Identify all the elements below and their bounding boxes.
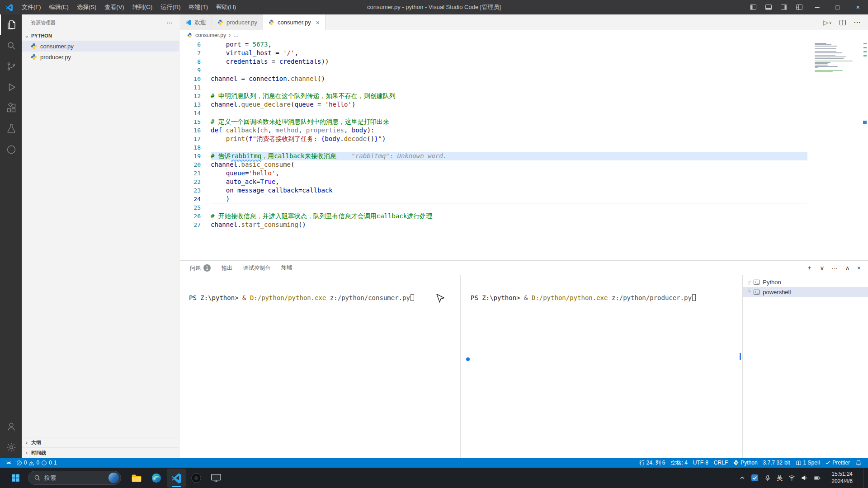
- code-line[interactable]: 17 print(f"消费者接收到了任务: {body.decode()}"): [180, 135, 807, 143]
- code-line[interactable]: 7 virtual_host = '/',: [180, 49, 807, 57]
- code-line[interactable]: 15# 定义一个回调函数来处理消息队列中的消息，这里是打印出来: [180, 117, 807, 126]
- blue-app-icon[interactable]: [751, 474, 759, 482]
- code-line[interactable]: 9: [180, 66, 807, 75]
- terminal-dropdown-icon[interactable]: ∨: [820, 264, 824, 272]
- search-highlight-image[interactable]: [108, 473, 119, 483]
- encoding[interactable]: UTF-8: [690, 458, 711, 468]
- new-terminal-icon[interactable]: ＋: [806, 264, 812, 272]
- toggle-panel-icon[interactable]: [761, 0, 776, 14]
- menu-view[interactable]: 查看(V): [100, 0, 128, 14]
- code-line[interactable]: 10channel = connection.channel(): [180, 75, 807, 83]
- tab-welcome[interactable]: 欢迎: [180, 14, 212, 30]
- menu-edit[interactable]: 编辑(E): [45, 0, 73, 14]
- eol-sequence[interactable]: CRLF: [711, 458, 731, 468]
- menu-go[interactable]: 转到(G): [128, 0, 157, 14]
- run-python-file-button[interactable]: ▷∨: [823, 19, 832, 27]
- code-line[interactable]: 23 on_message_callback=callback: [180, 186, 807, 195]
- code-line[interactable]: 27channel.start_consuming(): [180, 221, 807, 229]
- minimize-button[interactable]: ─: [807, 0, 827, 14]
- volume-icon[interactable]: [801, 474, 808, 481]
- code-editor[interactable]: 6 port = 5673,7 virtual_host = '/',8 cre…: [180, 40, 868, 260]
- panel-maximize-icon[interactable]: ∧: [845, 264, 850, 272]
- menu-file[interactable]: 文件(F): [18, 0, 45, 14]
- remote-indicator[interactable]: ><: [4, 458, 14, 468]
- app-dark[interactable]: [187, 469, 206, 488]
- mic-icon[interactable]: [764, 475, 771, 481]
- language-mode[interactable]: Python: [731, 458, 760, 468]
- taskbar-clock[interactable]: 15:51:24 2024/4/6: [827, 471, 857, 485]
- chevron-up-icon[interactable]: [740, 475, 745, 481]
- panel-tab-debug-console[interactable]: 调试控制台: [243, 261, 270, 275]
- code-line[interactable]: 19# 告诉rabbitmq，用callback来接收消息 "rabbitmq"…: [180, 152, 807, 160]
- app-edge[interactable]: [147, 469, 166, 488]
- toggle-secondary-sidebar-icon[interactable]: [776, 0, 792, 14]
- start-button[interactable]: [6, 469, 25, 488]
- code-line[interactable]: 6 port = 5673,: [180, 40, 807, 49]
- folder-section-python[interactable]: ⌄ PYTHON: [22, 31, 179, 41]
- taskbar-search[interactable]: 搜索: [28, 471, 121, 485]
- more-actions-icon[interactable]: ⋯: [854, 18, 861, 27]
- code-line[interactable]: 22 auto_ack=True,: [180, 178, 807, 186]
- ime-indicator[interactable]: 英: [777, 474, 783, 482]
- code-line[interactable]: 24 ): [180, 195, 807, 203]
- battery-icon[interactable]: [814, 475, 821, 481]
- panel-close-icon[interactable]: ×: [857, 264, 861, 272]
- breadcrumb-file[interactable]: consumer.py: [195, 32, 226, 38]
- code-line[interactable]: 25: [180, 203, 807, 212]
- panel-tab-terminal[interactable]: 终端: [281, 261, 292, 275]
- panel-tab-problems[interactable]: 问题 1: [190, 261, 211, 275]
- code-line[interactable]: 14: [180, 109, 807, 117]
- code-line[interactable]: 21 queue='hello',: [180, 169, 807, 178]
- toggle-sidebar-icon[interactable]: [745, 0, 761, 14]
- file-item-consumer[interactable]: consumer.py: [22, 41, 179, 52]
- code-line[interactable]: 18: [180, 143, 807, 152]
- menu-run[interactable]: 运行(R): [156, 0, 184, 14]
- terminal-list-item-python[interactable]: ┌ Python: [743, 277, 868, 287]
- spell-checker-status[interactable]: 1 Spell: [793, 458, 823, 468]
- tab-producer[interactable]: producer.py: [212, 14, 263, 30]
- code-line[interactable]: 8 credentials = credentials)): [180, 57, 807, 66]
- breadcrumb[interactable]: consumer.py › …: [180, 30, 868, 40]
- menu-help[interactable]: 帮助(H): [212, 0, 240, 14]
- file-item-producer[interactable]: producer.py: [22, 52, 179, 62]
- maximize-button[interactable]: □: [827, 0, 848, 14]
- search-icon[interactable]: [0, 35, 22, 56]
- panel-tab-output[interactable]: 输出: [222, 261, 232, 275]
- section-outline[interactable]: › 大纲: [22, 437, 179, 447]
- customize-layout-icon[interactable]: [792, 0, 807, 14]
- indentation[interactable]: 空格: 4: [668, 458, 690, 468]
- cursor-position[interactable]: 行 24, 列 6: [637, 458, 668, 468]
- code-line[interactable]: 11: [180, 83, 807, 92]
- settings-icon[interactable]: [0, 437, 22, 458]
- terminal-pane-producer[interactable]: PS Z:\python> & D:/python/python.exe z:/…: [461, 275, 742, 458]
- code-line[interactable]: 20channel.basic_consume(: [180, 160, 807, 169]
- minimap[interactable]: [815, 43, 854, 73]
- explorer-icon[interactable]: [0, 14, 22, 35]
- tab-consumer[interactable]: consumer.py ×: [263, 14, 326, 30]
- split-editor-icon[interactable]: [839, 19, 846, 26]
- show-desktop-button[interactable]: [863, 468, 865, 488]
- app-display[interactable]: [207, 469, 226, 488]
- formatter-status[interactable]: Prettier: [822, 458, 853, 468]
- sidebar-more-icon[interactable]: ⋯: [166, 19, 173, 26]
- source-control-icon[interactable]: [0, 56, 22, 77]
- panel-more-icon[interactable]: ⋯: [832, 264, 838, 272]
- run-debug-icon[interactable]: [0, 77, 22, 98]
- notifications-bell-icon[interactable]: [853, 458, 864, 468]
- extensions-icon[interactable]: [0, 98, 22, 118]
- app-file-explorer[interactable]: [127, 469, 146, 488]
- testing-icon[interactable]: [0, 118, 22, 139]
- terminal-pane-consumer[interactable]: PS Z:\python> & D:/python/python.exe z:/…: [180, 275, 460, 458]
- terminal-list-item-powershell[interactable]: └ powershell: [743, 287, 868, 297]
- python-interpreter[interactable]: 3.7.7 32-bit: [760, 458, 793, 468]
- network-icon[interactable]: [788, 474, 795, 481]
- close-button[interactable]: ×: [848, 0, 868, 14]
- menu-terminal[interactable]: 终端(T): [184, 0, 212, 14]
- app-vscode[interactable]: [167, 469, 186, 488]
- code-line[interactable]: 13channel.queue_declare(queue = 'hello'): [180, 100, 807, 109]
- menu-selection[interactable]: 选择(S): [73, 0, 100, 14]
- breadcrumb-ellipsis[interactable]: …: [233, 32, 239, 38]
- account-icon[interactable]: [0, 416, 22, 437]
- section-timeline[interactable]: › 时间线: [22, 447, 179, 458]
- tab-close-icon[interactable]: ×: [316, 19, 320, 26]
